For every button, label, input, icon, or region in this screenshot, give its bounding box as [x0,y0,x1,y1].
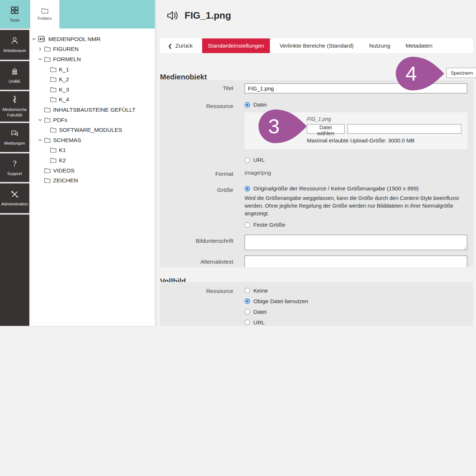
radio-label: URL [253,157,265,163]
tab-verlinkte-bereiche[interactable]: Verlinkte Bereiche (Standard) [274,38,359,53]
person-icon [10,36,19,45]
sidebar-item-label: Medizinische Fakultät [1,107,29,118]
tab-nutzung[interactable]: Nutzung [364,38,396,53]
tree-item-videos[interactable]: VIDEOS [29,166,155,176]
sidebar-item-tools[interactable]: Tools [0,0,29,29]
alternativtext-textarea[interactable] [245,256,467,267]
radio-unselected[interactable] [245,309,250,315]
tree-item-k_3[interactable]: K_3 [29,85,155,95]
sidebar-item-support[interactable]: ? Support [0,153,29,182]
folder-icon [50,67,56,72]
current-file-name: FIG_1.png [307,116,461,122]
folder-icon [44,178,51,183]
radio-option-url[interactable]: URL [245,157,467,163]
radio-unselected[interactable] [245,157,250,163]
tree-item-k_4[interactable]: K_4 [29,95,155,105]
main-sidebar: Tools Arbeitsraum UniBE Medizinische Fak… [0,0,29,326]
tree-item-label: SCHEMAS [53,137,81,144]
sidebar-item-unibe[interactable]: UniBE [0,61,29,90]
folders-panel: Folders MEDIENPOOL NMR FIGUREN F [29,0,155,326]
sidebar-item-medizinische-fakultaet[interactable]: Medizinische Fakultät [0,91,29,122]
file-path-input[interactable] [347,124,461,134]
tree-item-k2[interactable]: K2 [29,155,155,166]
tree-item-zeichen[interactable]: ZEICHEN [29,175,155,186]
tab-folders[interactable]: Folders [30,0,59,29]
speaker-icon [167,10,179,21]
tree-item-formeln[interactable]: FORMELN [29,54,155,64]
tree-item-label: MEDIENPOOL NMR [48,36,100,42]
main-content: FIG_1.png ❮ Zurück Standardeinstellungen… [155,0,476,326]
radio-option-datei[interactable]: Datei [245,101,467,108]
chevron-down-icon[interactable] [38,57,43,62]
chat-bubbles-icon [10,129,19,138]
tree-item-label: PDFs [53,117,67,123]
tree-item-inhaltsbausteine-gefuellt[interactable]: INHALTSBAUSTEINE GEFÜLLT [29,105,155,115]
chevron-right-icon[interactable] [38,47,43,52]
radio-label: URL [253,319,265,326]
tree-item-label: K2 [59,157,66,164]
tree-item-label: K_3 [59,86,69,93]
tree-item-label: FORMELN [53,56,81,63]
bildunterschrift-textarea[interactable] [245,235,467,250]
asclepius-staff-icon [10,95,19,104]
radio-selected[interactable] [245,186,250,191]
radio-label: Feste Größe [253,222,285,228]
sidebar-item-label: Meldungen [4,141,25,146]
vollbild-form-panel: Ressource Keine Obige Datei benutzen Dat… [160,282,473,326]
radio-selected[interactable] [245,298,250,304]
folder-icon [44,107,51,112]
format-value: image/png [245,169,467,176]
tree-item-software_modules[interactable]: SOFTWARE_MODULES [29,125,155,135]
save-button[interactable]: Speichern [446,68,476,78]
ressource-label: Ressource [160,101,233,163]
radio-selected[interactable] [245,102,250,108]
tree-item-schemas[interactable]: SCHEMAS [29,135,155,145]
chevron-down-icon[interactable] [38,138,43,142]
radio-option-datei[interactable]: Datei [245,308,467,316]
choose-file-button[interactable]: Datei wählen [307,124,345,134]
radio-option-feste-groesse[interactable]: Feste Größe [245,222,467,228]
radio-option-obige-datei[interactable]: Obige Datei benutzen [245,297,467,305]
folder-icon [50,87,56,92]
radio-option-url[interactable]: URL [245,318,467,326]
sidebar-item-administration[interactable]: Administration [0,183,29,213]
sidebar-item-label: Tools [10,18,20,23]
chevron-down-icon[interactable] [31,37,37,41]
tree-item-figuren[interactable]: FIGUREN [29,44,155,55]
question-mark-icon: ? [13,159,17,168]
back-button[interactable]: ❮ Zurück [160,38,199,53]
sidebar-item-meldungen[interactable]: Meldungen [0,123,29,152]
tree-item-label: INHALTSBAUSTEINE GEFÜLLT [53,107,135,113]
tree-item-k1[interactable]: K1 [29,145,155,156]
titel-input[interactable] [245,83,467,93]
sidebar-item-arbeitsraum[interactable]: Arbeitsraum [0,30,29,60]
groesse-hint-text: Wird die Größenangabe weggelassen, kann … [245,194,466,217]
radio-unselected[interactable] [245,288,250,293]
audio-media-icon [38,36,46,42]
sidebar-filler [0,215,29,326]
radio-option-keine[interactable]: Keine [245,286,467,295]
tree-item-medienpool-nmr[interactable]: MEDIENPOOL NMR [29,34,155,44]
tab-standardeinstellungen[interactable]: Standardeinstellungen [202,38,269,53]
chevron-down-icon[interactable] [38,118,43,122]
tree-item-label: K_1 [59,66,69,73]
back-label: Zurück [175,42,193,49]
folder-icon [50,97,56,102]
tree-item-k_1[interactable]: K_1 [29,64,155,75]
chevron-left-icon: ❮ [168,43,172,49]
tree-item-label: K_4 [59,96,69,103]
tree-item-k_2[interactable]: K_2 [29,74,155,85]
folder-icon [41,8,48,14]
radio-unselected[interactable] [245,320,250,325]
radio-option-originalgroesse[interactable]: Originalgröße der Ressource / Keine Größ… [245,185,467,192]
sidebar-item-label: UniBE [9,79,21,84]
page-title: FIG_1.png [167,10,231,21]
tab-metadaten[interactable]: Metadaten [400,38,438,53]
radio-label: Keine [253,287,268,294]
radio-unselected[interactable] [245,222,250,228]
tree-item-label: VIDEOS [53,167,75,174]
file-upload-box: FIG_1.png Datei wählen Maximal erlaubte … [245,112,467,149]
tree-item-pdfs[interactable]: PDFs [29,115,155,125]
folders-tab-label: Folders [38,16,52,21]
folder-tree: MEDIENPOOL NMR FIGUREN FORMELN K_1 K_2 K… [29,29,155,186]
